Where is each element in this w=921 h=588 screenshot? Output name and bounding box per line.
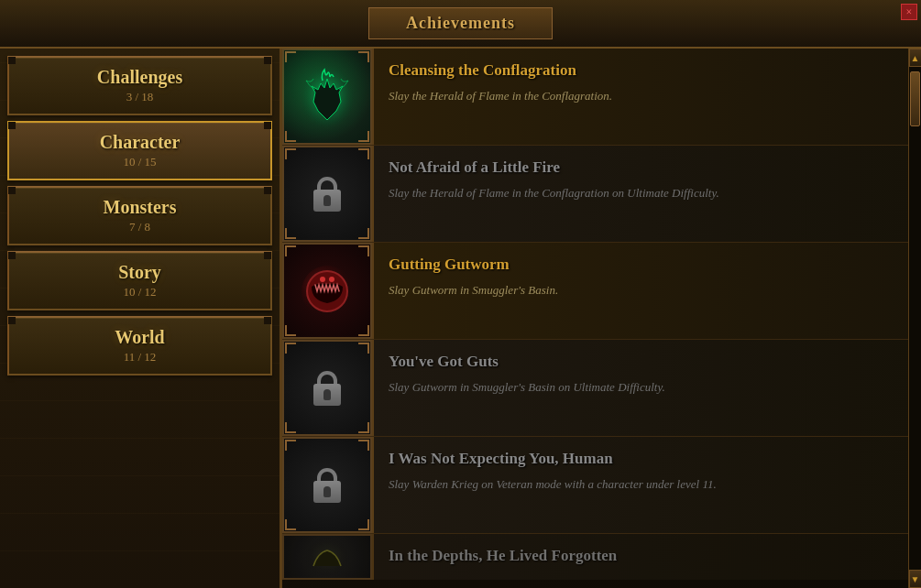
achievement-item: I Was Not Expecting You, Human Slay Ward…	[282, 437, 921, 534]
achievement-info: Gutting Gutworm Slay Gutworm in Smuggler…	[374, 243, 921, 339]
lock-icon	[313, 371, 341, 406]
achievement-icon-lock	[282, 340, 374, 436]
achievement-icon-partial	[282, 534, 374, 580]
achievement-item: You've Got Guts Slay Gutworm in Smuggler…	[282, 340, 921, 437]
achievement-info: Not Afraid of a Little Fire Slay the Her…	[374, 146, 921, 242]
window-title: Achievements	[368, 7, 553, 39]
sidebar-item-challenges[interactable]: Challenges 3 / 18	[7, 56, 272, 115]
achievement-description: Slay Gutworm in Smuggler's Basin.	[389, 281, 906, 299]
scroll-up-button[interactable]: ▲	[909, 49, 922, 67]
achievement-info-partial: In the Depths, He Lived Forgotten	[374, 534, 921, 580]
achievement-item: Not Afraid of a Little Fire Slay the Her…	[282, 146, 921, 243]
achievements-panel: Cleansing the Conflagration Slay the Her…	[282, 49, 921, 588]
achievement-icon-lock	[282, 437, 374, 533]
scroll-thumb[interactable]	[910, 71, 920, 126]
main-content: Challenges 3 / 18 Character 10 / 15 Mons…	[0, 49, 921, 588]
achievement-description: Slay Warden Krieg on Veteran mode with a…	[389, 475, 906, 494]
achievement-item: Gutting Gutworm Slay Gutworm in Smuggler…	[282, 243, 921, 340]
achievement-description: Slay the Herald of Flame in the Conflagr…	[389, 184, 906, 202]
close-button[interactable]: ×	[901, 4, 917, 20]
achievement-title-partial: In the Depths, He Lived Forgotten	[389, 547, 906, 565]
scroll-track[interactable]	[909, 67, 921, 570]
achievement-description: Slay Gutworm in Smuggler's Basin on Ulti…	[389, 378, 906, 397]
achievement-description: Slay the Herald of Flame in the Conflagr…	[389, 87, 906, 105]
achievement-title: Cleansing the Conflagration	[389, 61, 906, 80]
achievement-icon-worm	[282, 243, 374, 339]
achievement-title: I Was Not Expecting You, Human	[389, 450, 906, 468]
sidebar-item-story[interactable]: Story 10 / 12	[7, 251, 272, 310]
achievement-title: Not Afraid of a Little Fire	[389, 158, 906, 177]
lock-icon	[313, 468, 341, 503]
sidebar-item-world[interactable]: World 11 / 12	[7, 316, 272, 376]
achievement-title: Gutting Gutworm	[389, 256, 906, 274]
sidebar-item-character[interactable]: Character 10 / 15	[7, 121, 272, 180]
achievement-icon-lock	[282, 146, 374, 242]
scroll-down-button[interactable]: ▼	[909, 570, 922, 588]
achievement-info: I Was Not Expecting You, Human Slay Ward…	[374, 437, 921, 533]
title-bar: Achievements ×	[0, 0, 921, 49]
achievement-info: Cleansing the Conflagration Slay the Her…	[374, 49, 921, 145]
vertical-scrollbar: ▲ ▼	[908, 49, 921, 588]
sidebar: Challenges 3 / 18 Character 10 / 15 Mons…	[0, 49, 282, 588]
achievement-icon-flame	[282, 49, 374, 145]
sidebar-item-monsters[interactable]: Monsters 7 / 8	[7, 186, 272, 245]
flame-svg-icon	[295, 60, 359, 134]
achievement-item-partial: In the Depths, He Lived Forgotten	[282, 534, 921, 588]
achievement-item: Cleansing the Conflagration Slay the Her…	[282, 49, 921, 146]
achievement-info: You've Got Guts Slay Gutworm in Smuggler…	[374, 340, 921, 436]
lock-icon	[313, 177, 341, 212]
achievement-title: You've Got Guts	[389, 353, 906, 371]
achievements-list: Cleansing the Conflagration Slay the Her…	[282, 49, 921, 588]
